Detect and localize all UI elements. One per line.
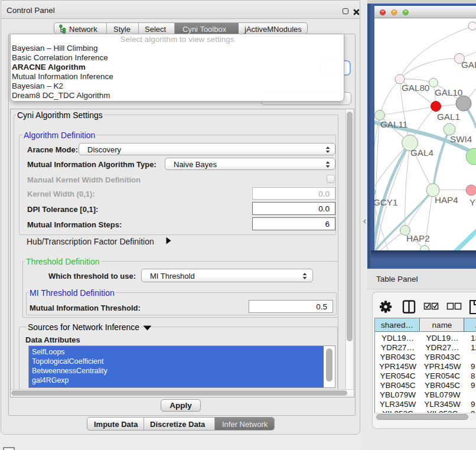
- svg-text:HAP4: HAP4: [435, 195, 458, 205]
- svg-text:GAL80: GAL80: [402, 83, 429, 93]
- svg-text:GAL11: GAL11: [380, 119, 407, 129]
- svg-text:GAL10: GAL10: [435, 87, 462, 97]
- svg-text:GAL1: GAL1: [437, 112, 460, 122]
- svg-text:GAL4: GAL4: [410, 148, 433, 158]
- svg-text:GAL7: GAL7: [461, 60, 476, 70]
- svg-text:HAP2: HAP2: [406, 233, 430, 243]
- svg-text:Y: Y: [470, 197, 475, 207]
- svg-text:GCY1: GCY1: [374, 197, 397, 207]
- svg-text:SWI4: SWI4: [450, 134, 472, 144]
